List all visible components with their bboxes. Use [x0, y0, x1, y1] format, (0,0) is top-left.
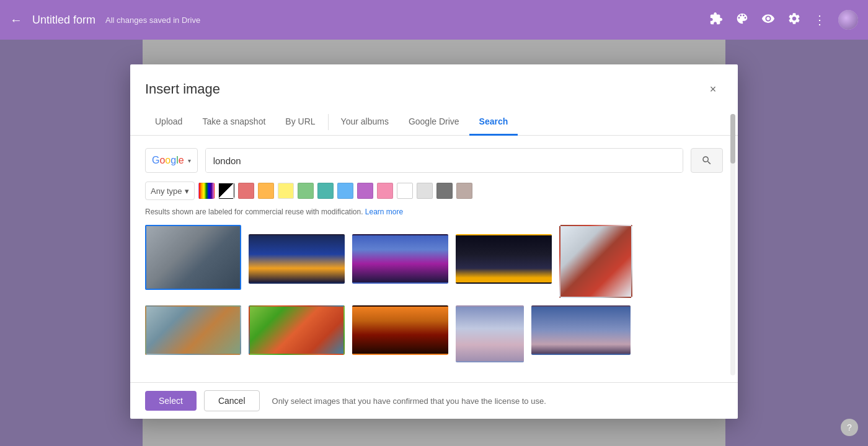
dialog-scrollbar-track[interactable] [730, 114, 735, 375]
swatch-yellow[interactable] [278, 183, 294, 199]
swatch-tan[interactable] [456, 183, 472, 199]
app-header: ← Untitled form All changes saved in Dri… [0, 0, 868, 40]
swatch-lightgray[interactable] [417, 183, 433, 199]
footer-license-notice: Only select images that you have confirm… [272, 396, 546, 406]
swatch-blackwhite[interactable] [218, 183, 234, 199]
app-title: Untitled form [32, 14, 95, 27]
search-input-wrap [205, 148, 683, 173]
tab-albums[interactable]: Your albums [331, 109, 399, 136]
image-result-8[interactable] [352, 305, 448, 355]
dialog-content: Google ▾ Any ty [130, 136, 738, 382]
dialog-title: Insert image [145, 81, 220, 97]
swatch-purple[interactable] [357, 183, 373, 199]
image-result-10[interactable] [531, 305, 631, 355]
image-result-2[interactable] [249, 234, 345, 284]
tab-upload[interactable]: Upload [145, 109, 192, 136]
image-result-7[interactable] [249, 305, 345, 355]
swatch-teal[interactable] [317, 183, 334, 199]
swatch-white[interactable] [397, 183, 413, 199]
avatar[interactable] [838, 10, 858, 30]
tab-separator [328, 114, 329, 130]
close-button[interactable]: × [703, 79, 723, 99]
main-area: Question Insert image × Upload Take a sn… [0, 40, 868, 446]
tab-drive[interactable]: Google Drive [399, 109, 469, 136]
gear-icon[interactable] [787, 12, 801, 28]
dialog-scrollbar-thumb[interactable] [730, 114, 735, 164]
google-badge[interactable]: Google ▾ [145, 148, 198, 173]
cancel-button[interactable]: Cancel [204, 390, 260, 411]
puzzle-icon[interactable] [709, 12, 723, 28]
image-result-5[interactable] [559, 225, 632, 298]
dialog-overlay: Insert image × Upload Take a snapshot By… [0, 40, 868, 446]
image-row-1 [145, 225, 723, 298]
help-button[interactable]: ? [841, 419, 858, 436]
image-result-3[interactable] [352, 234, 448, 284]
back-button[interactable]: ← [10, 13, 22, 27]
google-text: Google [152, 155, 184, 166]
learn-more-link[interactable]: Learn more [365, 208, 403, 216]
swatch-orange[interactable] [258, 183, 274, 199]
swatch-darkgray[interactable] [436, 183, 453, 199]
search-bar: Google ▾ [145, 148, 723, 173]
type-filter-chevron-icon: ▾ [185, 186, 189, 196]
dialog-header: Insert image × [130, 64, 738, 99]
search-button[interactable] [691, 148, 723, 173]
save-status: All changes saved in Drive [105, 15, 200, 25]
swatch-blue[interactable] [337, 183, 353, 199]
palette-icon[interactable] [735, 12, 749, 28]
swatch-pink[interactable] [377, 183, 393, 199]
image-result-6[interactable] [145, 305, 241, 355]
swatch-green[interactable] [298, 183, 314, 199]
google-chevron-icon: ▾ [188, 157, 191, 164]
header-icons: ⋮ [709, 10, 858, 30]
insert-image-dialog: Insert image × Upload Take a snapshot By… [130, 64, 738, 419]
dialog-footer: Select Cancel Only select images that yo… [130, 382, 738, 419]
type-filter-dropdown[interactable]: Any type ▾ [145, 181, 195, 200]
swatch-red[interactable] [238, 183, 254, 199]
image-result-9[interactable] [456, 305, 524, 362]
tab-search[interactable]: Search [469, 109, 518, 136]
tab-snapshot[interactable]: Take a snapshot [192, 109, 275, 136]
color-filters: Any type ▾ [145, 181, 723, 200]
tab-bar: Upload Take a snapshot By URL Your album… [130, 109, 738, 136]
swatch-rainbow[interactable] [198, 183, 215, 199]
tab-byurl[interactable]: By URL [275, 109, 325, 136]
image-result-1[interactable] [145, 225, 241, 290]
more-icon[interactable]: ⋮ [813, 12, 826, 27]
search-input[interactable] [206, 149, 683, 172]
eye-icon[interactable] [761, 12, 775, 28]
select-button[interactable]: Select [145, 391, 197, 411]
image-row-2 [145, 305, 723, 362]
image-result-4[interactable] [456, 234, 552, 284]
results-notice: Results shown are labeled for commercial… [145, 208, 723, 216]
